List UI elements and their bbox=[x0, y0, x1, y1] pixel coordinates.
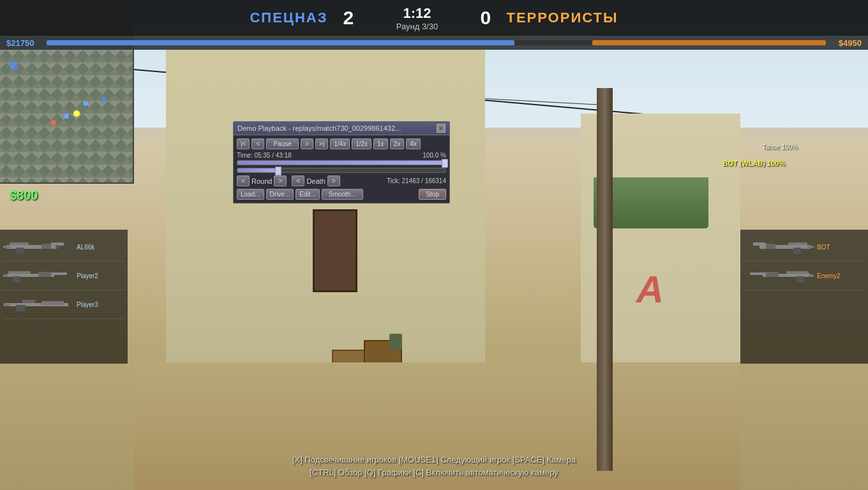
hint-line-2: [CTRL] Обзор [Q] Графики [C] Включить ав… bbox=[0, 468, 868, 477]
next-round-button[interactable]: > bbox=[274, 175, 287, 186]
door bbox=[313, 209, 357, 292]
prev-round-button[interactable]: < bbox=[237, 175, 250, 186]
speed-4x-button[interactable]: 4x bbox=[406, 138, 421, 149]
scoreboard-left: AL66k Player2 Player3 bbox=[0, 230, 128, 364]
smooth-button[interactable]: Smooth... bbox=[322, 189, 363, 200]
minimap-label-b: B bbox=[10, 59, 18, 73]
weapon-row-1: AL66k bbox=[3, 233, 124, 262]
speed-1x-button[interactable]: 1x bbox=[373, 138, 388, 149]
scoreboard-right: BOT Enemy2 bbox=[740, 230, 868, 364]
money-bar: $21750 $4950 bbox=[0, 36, 868, 50]
edit-button[interactable]: Edit... bbox=[296, 189, 320, 200]
prev-button[interactable]: < bbox=[251, 138, 264, 149]
demo-title: Demo Playback - replays/match730_0029986… bbox=[237, 124, 401, 132]
graffiti-a: A bbox=[636, 267, 664, 311]
minimap-player-ct-2 bbox=[83, 101, 88, 106]
money-bar-fill bbox=[47, 40, 825, 45]
round-timer: 1:12 bbox=[403, 5, 431, 22]
go-end-button[interactable]: >| bbox=[315, 138, 328, 149]
drive-button[interactable]: Drive... bbox=[266, 189, 294, 200]
weapon-row-right-1: BOT bbox=[744, 233, 865, 262]
minimap-player-t-1 bbox=[51, 120, 56, 125]
hud-top-bar: СПЕЦНАЗ 2 1:12 Раунд 3/30 0 ТЕРРОРИСТЫ bbox=[0, 0, 868, 36]
weapon-row-3: Player3 bbox=[3, 290, 124, 319]
ct-money: $21750 bbox=[6, 38, 34, 48]
round-nav-label: Round bbox=[251, 177, 272, 185]
demo-body: |< < Pause > >| 1/4x 1/2x 1x 2x 4x Time:… bbox=[234, 135, 449, 203]
demo-close-button[interactable]: × bbox=[437, 124, 445, 133]
svg-rect-22 bbox=[753, 242, 766, 246]
t-score: 0 bbox=[474, 7, 497, 29]
svg-rect-26 bbox=[797, 276, 804, 283]
svg-rect-21 bbox=[793, 248, 801, 254]
minimap-label-a: A bbox=[101, 94, 107, 105]
demo-secondary-fill bbox=[237, 168, 279, 172]
round-label: Раунд 3/30 bbox=[396, 22, 438, 31]
prev-death-button[interactable]: < bbox=[292, 175, 304, 186]
svg-rect-28 bbox=[750, 272, 766, 275]
player-label-tahoe: Tahoe 100% bbox=[762, 144, 798, 151]
svg-rect-20 bbox=[766, 244, 775, 249]
demo-action-row: Load... Drive... Edit... Smooth... Stop bbox=[237, 189, 446, 200]
svg-rect-9 bbox=[13, 276, 20, 283]
svg-rect-10 bbox=[38, 272, 51, 277]
demo-progress-slider[interactable] bbox=[237, 160, 446, 165]
playback-controls-row: |< < Pause > >| 1/4x 1/2x 1x 2x 4x bbox=[237, 138, 446, 149]
demo-time-row: Time: 05:35 / 43:18 100.0 % bbox=[237, 152, 446, 159]
t-money: $4950 bbox=[839, 38, 862, 48]
svg-rect-1 bbox=[10, 242, 29, 245]
svg-rect-8 bbox=[8, 271, 31, 274]
next-death-button[interactable]: > bbox=[327, 175, 340, 186]
svg-rect-14 bbox=[22, 300, 35, 303]
demo-secondary-slider[interactable] bbox=[237, 168, 446, 173]
svg-rect-11 bbox=[51, 272, 67, 275]
svg-rect-12 bbox=[3, 274, 8, 277]
ct-side: СПЕЦНАЗ 2 bbox=[250, 7, 359, 29]
minimap-player-ct-1 bbox=[64, 114, 69, 119]
go-start-button[interactable]: |< bbox=[237, 138, 250, 149]
weapon-row-2: Player2 bbox=[3, 262, 124, 290]
pause-button[interactable]: Pause bbox=[266, 138, 298, 149]
weapon-icon-m4 bbox=[3, 266, 73, 285]
death-nav-label: Death bbox=[306, 177, 325, 185]
weapon-icon-ak47 bbox=[3, 237, 73, 256]
money-bar-t-fill bbox=[592, 40, 826, 45]
speed-2x-button[interactable]: 2x bbox=[390, 138, 405, 149]
player-name-right-1: BOT bbox=[817, 244, 830, 251]
svg-rect-15 bbox=[16, 305, 26, 311]
hint-line-1: [X] Подсвечивание игроков [MOUSE1] Следу… bbox=[0, 455, 868, 464]
player-figure bbox=[389, 334, 402, 350]
speed-quarter-button[interactable]: 1/4x bbox=[330, 138, 350, 149]
utility-pole bbox=[597, 88, 613, 471]
speed-half-button[interactable]: 1/2x bbox=[352, 138, 371, 149]
svg-rect-2 bbox=[41, 244, 51, 249]
ct-score: 2 bbox=[337, 7, 359, 29]
svg-rect-16 bbox=[41, 301, 64, 305]
demo-progress-fill bbox=[237, 161, 445, 165]
money-bar-ct-fill bbox=[47, 40, 514, 45]
player-name-3: Player3 bbox=[77, 301, 98, 308]
weapon-icon-right-1 bbox=[744, 237, 814, 256]
t-side: 0 ТЕРРОРИСТЫ bbox=[474, 7, 618, 29]
load-button[interactable]: Load... bbox=[237, 189, 264, 200]
next-button[interactable]: > bbox=[301, 138, 313, 149]
stop-button[interactable]: Stop bbox=[419, 189, 446, 200]
minimap: B A bbox=[0, 50, 134, 184]
tick-display: Tick: 21463 / 166314 bbox=[387, 177, 446, 184]
weapon-row-right-2: Enemy2 bbox=[744, 262, 865, 290]
svg-rect-6 bbox=[3, 246, 10, 248]
ct-team-name: СПЕЦНАЗ bbox=[250, 10, 327, 26]
player-money: $800 bbox=[10, 188, 38, 203]
game-scene: A bbox=[134, 50, 740, 490]
demo-nav-row: < Round > < Death > Tick: 21463 / 166314 bbox=[237, 175, 446, 186]
demo-secondary-thumb bbox=[275, 167, 281, 175]
demo-titlebar: Demo Playback - replays/match730_0029986… bbox=[234, 122, 449, 135]
svg-rect-29 bbox=[809, 274, 814, 277]
player-name-1: AL66k bbox=[77, 244, 94, 251]
demo-time-display: Time: 05:35 / 43:18 bbox=[237, 152, 292, 159]
svg-rect-25 bbox=[786, 271, 809, 274]
svg-rect-19 bbox=[788, 242, 807, 245]
svg-point-5 bbox=[56, 245, 59, 249]
t-team-name: ТЕРРОРИСТЫ bbox=[506, 10, 618, 26]
demo-panel: Demo Playback - replays/match730_0029986… bbox=[233, 121, 450, 204]
